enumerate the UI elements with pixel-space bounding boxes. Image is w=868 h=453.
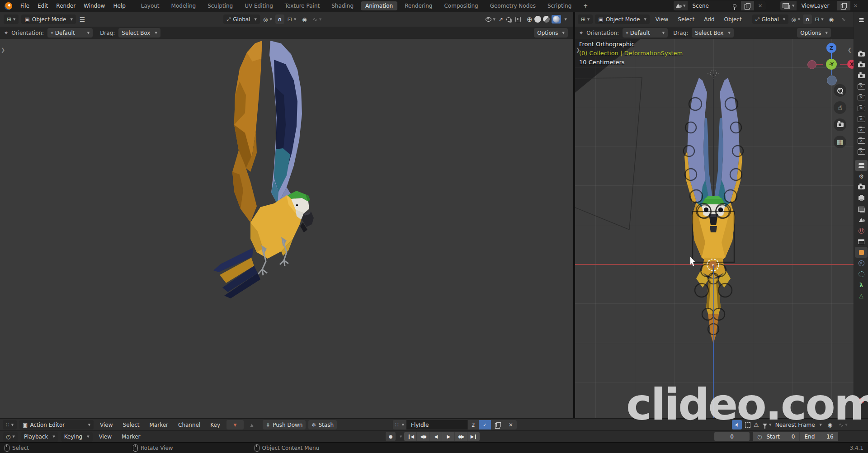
gizmo-axis-neg-x[interactable] bbox=[807, 60, 816, 69]
proportional-editing-toggle[interactable]: ◉ bbox=[826, 14, 836, 24]
navigation-gizmo[interactable]: Z -Y X bbox=[811, 39, 852, 89]
menu-object[interactable]: Object bbox=[721, 15, 745, 24]
camera-marker-icon[interactable] bbox=[855, 49, 868, 60]
tab-object-properties[interactable] bbox=[855, 247, 868, 258]
camera-unbound-icon[interactable]: ✕ bbox=[855, 136, 868, 146]
menu-view[interactable]: View bbox=[652, 15, 672, 24]
tab-constraints[interactable] bbox=[855, 258, 868, 269]
editor-type-button[interactable]: ◷▼ bbox=[3, 432, 18, 442]
jump-to-start-button[interactable]: ❙◀ bbox=[404, 432, 417, 441]
snap-mode-dropdown[interactable]: Nearest Frame▼ bbox=[775, 422, 822, 428]
scene-browse-button[interactable]: ▼ bbox=[674, 1, 688, 10]
editor-type-button[interactable]: ⊞▼ bbox=[578, 14, 593, 24]
pivot-point-dropdown[interactable]: ◎▼ bbox=[263, 14, 273, 24]
filter-dropdown[interactable]: ▼ bbox=[762, 420, 772, 429]
shading-rendered-icon[interactable] bbox=[552, 15, 561, 24]
viewlayer-delete-button[interactable]: ✕ bbox=[850, 3, 860, 9]
options-dropdown[interactable]: Options▼ bbox=[797, 28, 831, 38]
zoom-tool-button[interactable] bbox=[834, 84, 846, 97]
action-new-button[interactable] bbox=[491, 420, 505, 429]
shading-dropdown[interactable]: ▼ bbox=[565, 18, 567, 21]
action-name-field[interactable]: FlyIdle bbox=[406, 420, 467, 429]
play-reverse-button[interactable]: ◀ bbox=[429, 432, 442, 441]
camera-unbound-icon[interactable]: ✕ bbox=[855, 103, 868, 114]
pivot-point-dropdown[interactable]: ◎▼ bbox=[791, 14, 801, 24]
menu-view[interactable]: View bbox=[96, 421, 116, 429]
snap-target-dropdown[interactable]: ⊡▼ bbox=[287, 14, 297, 24]
tab-tool-settings[interactable] bbox=[855, 160, 868, 171]
scene-delete-button[interactable]: ✕ bbox=[754, 3, 766, 9]
shading-wireframe-icon[interactable]: ⊕ bbox=[527, 15, 533, 24]
tab-armature-data[interactable]: λ bbox=[855, 279, 868, 290]
snap-toggle[interactable]: ∩ bbox=[803, 14, 812, 24]
viewlayer-new-button[interactable] bbox=[837, 1, 850, 10]
tab-object-data[interactable]: △ bbox=[855, 290, 868, 301]
warning-errors-icon[interactable]: ⚠ bbox=[754, 421, 759, 428]
move-channel-down-button[interactable]: ▼ bbox=[226, 420, 244, 429]
tab-shading[interactable]: Shading bbox=[327, 1, 358, 10]
drag-dropdown[interactable]: Select Box▼ bbox=[118, 28, 160, 38]
push-down-button[interactable]: ⇩Push Down bbox=[263, 420, 306, 429]
tab-texture-paint[interactable]: Texture Paint bbox=[280, 1, 324, 10]
visibility-dropdown[interactable]: ▼ bbox=[486, 14, 495, 24]
auto-keying-record-button[interactable]: ● bbox=[386, 432, 396, 441]
tab-compositing[interactable]: Compositing bbox=[439, 1, 482, 10]
menu-help[interactable]: Help bbox=[109, 2, 129, 10]
xray-toggle-icon[interactable] bbox=[515, 17, 521, 22]
tab-scripting[interactable]: Scripting bbox=[543, 1, 576, 10]
tab-layout[interactable]: Layout bbox=[137, 1, 164, 10]
viewlayer-name[interactable]: ViewLayer bbox=[797, 3, 837, 9]
playback-dropdown[interactable]: Playback▼ bbox=[21, 432, 58, 442]
viewport-left-canvas[interactable]: ❯ bbox=[0, 39, 573, 418]
menu-render[interactable]: Render bbox=[52, 2, 79, 10]
camera-unbound-icon[interactable]: ✕ bbox=[855, 125, 868, 136]
editor-type-button[interactable]: ∷▼ bbox=[3, 420, 17, 429]
tab-physics[interactable] bbox=[855, 269, 868, 279]
tab-sculpting[interactable]: Sculpting bbox=[203, 1, 237, 10]
pin-icon[interactable] bbox=[733, 4, 736, 8]
snap-toggle[interactable]: ∩ bbox=[275, 14, 284, 24]
falloff-dropdown[interactable]: ∿▼ bbox=[838, 420, 848, 429]
hamburger-menu-icon[interactable]: ☰ bbox=[80, 16, 85, 23]
menu-select[interactable]: Select bbox=[674, 15, 698, 24]
parrot-model-shaded[interactable] bbox=[194, 36, 330, 316]
drag-dropdown[interactable]: Select Box▼ bbox=[692, 28, 734, 38]
gizmo-axis-x[interactable]: X bbox=[847, 60, 854, 69]
auto-keying-dropdown[interactable]: ▼ bbox=[400, 435, 402, 439]
menu-marker[interactable]: Marker bbox=[118, 433, 144, 441]
camera-unbound-icon[interactable]: ✕ bbox=[855, 114, 868, 125]
overlays-toggle-icon[interactable] bbox=[506, 17, 511, 22]
selection-box-icon[interactable] bbox=[745, 422, 750, 428]
transform-orientation-dropdown[interactable]: ⤢Global▼ bbox=[752, 14, 788, 24]
move-channel-up-button[interactable]: ▲ bbox=[246, 420, 257, 429]
perspective-toggle-button[interactable]: ▦ bbox=[834, 136, 846, 148]
menu-file[interactable]: File bbox=[17, 2, 33, 10]
options-dropdown[interactable]: Options▼ bbox=[534, 28, 568, 38]
action-browse-button[interactable]: ∷▼ bbox=[393, 420, 406, 429]
action-editor-mode-dropdown[interactable]: ▣Action Editor▼ bbox=[19, 420, 94, 429]
tab-view-layer[interactable] bbox=[855, 203, 868, 214]
falloff-dropdown[interactable]: ∿ bbox=[839, 14, 849, 24]
shading-solid-icon[interactable] bbox=[534, 16, 541, 23]
camera-unbound-icon[interactable]: ✕ bbox=[855, 92, 868, 103]
play-button[interactable]: ▶ bbox=[442, 432, 455, 441]
tab-scene[interactable] bbox=[855, 214, 868, 225]
tab-render[interactable] bbox=[855, 182, 868, 193]
end-frame-field[interactable]: End16 bbox=[804, 434, 833, 440]
blender-logo-icon[interactable] bbox=[5, 2, 12, 10]
menu-marker[interactable]: Marker bbox=[146, 421, 172, 429]
menu-select[interactable]: Select bbox=[119, 421, 143, 429]
previous-keyframe-button[interactable]: ◀◆ bbox=[417, 432, 429, 441]
menu-add[interactable]: Add bbox=[700, 15, 718, 24]
mode-dropdown[interactable]: ▣Object Mode▼ bbox=[595, 14, 649, 24]
keying-dropdown[interactable]: Keying▼ bbox=[61, 432, 93, 442]
menu-view[interactable]: View bbox=[95, 433, 115, 441]
menu-channel[interactable]: Channel bbox=[175, 421, 204, 429]
sidebar-expand-arrow[interactable]: ❯ bbox=[1, 47, 5, 53]
proportional-editing-toggle[interactable]: ◉ bbox=[300, 14, 310, 24]
action-users-count[interactable]: 2 bbox=[467, 420, 479, 429]
tab-rendering[interactable]: Rendering bbox=[400, 1, 437, 10]
gizmo-axis-neg-y[interactable]: -Y bbox=[826, 59, 837, 70]
parrot-model-front-armature[interactable] bbox=[641, 68, 786, 357]
only-selected-toggle[interactable]: ➤ bbox=[732, 420, 742, 429]
